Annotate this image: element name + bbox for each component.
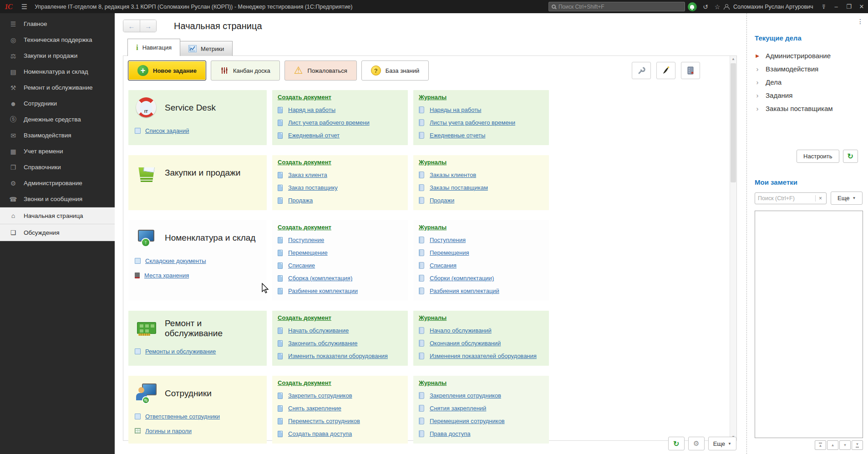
journal-link[interactable]: Продажи	[430, 197, 454, 204]
journal-link[interactable]: Права доступа	[430, 430, 471, 437]
journals-header[interactable]: Журналы	[419, 94, 447, 101]
journal-link[interactable]: Окончания обслуживаний	[430, 340, 501, 347]
create-document-header[interactable]: Создать документ	[278, 94, 331, 101]
journal-link[interactable]: Разбиения комплектаций	[430, 288, 499, 294]
history-icon[interactable]: ↺	[700, 3, 711, 10]
design-brush-button[interactable]	[656, 62, 675, 79]
journal-link[interactable]: Наряды на работы	[430, 106, 481, 113]
journal-link[interactable]: Изменения показателей оборудования	[430, 353, 537, 359]
sidebar-item-main[interactable]: ☰Главное	[0, 16, 115, 32]
create-document-link[interactable]: Разбиение комплектации	[288, 288, 358, 294]
complain-button[interactable]: ⚠ Пожаловаться	[284, 61, 357, 81]
clear-search-icon[interactable]: ×	[815, 195, 825, 202]
create-document-link[interactable]: Ежедневный отчет	[288, 132, 340, 139]
sidebar-item-tech-support[interactable]: ◎Техническая поддержка	[0, 32, 115, 48]
create-document-header[interactable]: Создать документ	[278, 314, 331, 321]
journal-link[interactable]: Закрепления сотрудников	[430, 392, 501, 399]
kanban-board-button[interactable]: Канбан доска	[211, 61, 280, 81]
favorites-star-icon[interactable]: ☆	[711, 3, 723, 10]
scroll-thumb[interactable]	[731, 63, 736, 182]
notes-more-button[interactable]: Еще▼	[831, 192, 863, 205]
tab-навигация[interactable]: iНавигация	[127, 39, 180, 56]
create-document-link[interactable]: Снять закрепление	[288, 405, 341, 412]
journal-link[interactable]: Заказы клиентов	[430, 172, 476, 178]
todo-item[interactable]: ›Заказы поставщикам	[755, 102, 868, 115]
sidebar-item-discussions[interactable]: ❏Обсуждения	[0, 224, 115, 241]
global-search[interactable]	[548, 2, 685, 11]
sidebar-item-start-page[interactable]: ⌂Начальная страница	[0, 207, 115, 224]
todo-item[interactable]: ▶Администрирование	[755, 49, 868, 62]
quick-link[interactable]: Ремонты и обслуживание	[145, 348, 216, 355]
sidebar-item-calls-messages[interactable]: ☎Звонки и сообщения	[0, 191, 115, 207]
todo-item[interactable]: ›Дела	[755, 76, 868, 89]
sidebar-item-employees[interactable]: ☻Сотрудники	[0, 96, 115, 111]
settings-gear-button[interactable]: ⚙	[688, 437, 705, 450]
create-document-header[interactable]: Создать документ	[278, 224, 331, 231]
sidebar-item-references[interactable]: ❐Справочники	[0, 159, 115, 175]
main-menu-hamburger-icon[interactable]: ☰	[21, 3, 27, 11]
journal-link[interactable]: Снятия закреплений	[430, 405, 486, 412]
notes-search[interactable]: ×	[755, 192, 827, 204]
notification-bell-icon[interactable]	[688, 2, 697, 11]
sidebar-item-interactions[interactable]: ✉Взаимодействия	[0, 127, 115, 143]
create-document-link[interactable]: Заказ поставщику	[288, 184, 338, 191]
sidebar-item-time-tracking[interactable]: ▦Учет времени	[0, 143, 115, 159]
notes-list[interactable]	[755, 211, 863, 438]
minimize-button[interactable]: –	[830, 3, 843, 10]
create-document-link[interactable]: Списание	[288, 262, 315, 269]
journals-header[interactable]: Журналы	[419, 159, 447, 166]
todo-item[interactable]: ›Задания	[755, 89, 868, 102]
journal-link[interactable]: Сборки (комплектации)	[430, 275, 494, 282]
more-button[interactable]: Еще▼	[708, 437, 736, 450]
move-to-top-button[interactable]: ▲	[815, 440, 826, 450]
user-icon[interactable]	[723, 4, 730, 10]
quick-link[interactable]: Места хранения	[144, 272, 189, 279]
journal-link[interactable]: Поступления	[430, 237, 466, 243]
journal-link[interactable]: Перемещения	[430, 249, 469, 256]
quick-link[interactable]: Логины и пароли	[145, 428, 192, 434]
sidebar-item-purchases-sales[interactable]: ⚖Закупки и продажи	[0, 48, 115, 64]
journals-header[interactable]: Журналы	[419, 314, 447, 321]
create-document-link[interactable]: Начать обслуживание	[288, 327, 349, 334]
user-name[interactable]: Соломахин Руслан Артурович	[733, 4, 813, 10]
journal-link[interactable]: Перемещения сотрудников	[430, 418, 505, 424]
quick-link[interactable]: Ответственные сотрудники	[145, 413, 220, 420]
create-document-header[interactable]: Создать документ	[278, 379, 331, 386]
forward-button[interactable]: →	[140, 20, 156, 32]
create-document-link[interactable]: Заказ клиента	[288, 172, 327, 178]
create-document-link[interactable]: Продажа	[288, 197, 313, 204]
quick-link[interactable]: Список заданий	[145, 127, 189, 134]
create-document-link[interactable]: Закончить обслуживание	[288, 340, 358, 347]
create-document-link[interactable]: Поступление	[288, 237, 324, 243]
create-document-header[interactable]: Создать документ	[278, 159, 331, 166]
move-to-bottom-button[interactable]: ▼	[852, 440, 863, 450]
collapsed-chevron-icon[interactable]: ›	[755, 91, 760, 99]
journal-link[interactable]: Списания	[430, 262, 457, 269]
create-document-link[interactable]: Перемещение	[288, 249, 328, 256]
tab-метрики[interactable]: Метрики	[180, 41, 233, 56]
journal-link[interactable]: Начало обслуживаний	[430, 327, 492, 334]
vertical-scrollbar[interactable]: ▲ ▼	[730, 56, 736, 440]
knowledge-book-button[interactable]	[681, 62, 700, 79]
collapsed-chevron-icon[interactable]: ›	[755, 65, 760, 73]
create-document-link[interactable]: Закрепить сотрудников	[288, 392, 352, 399]
back-button[interactable]: ←	[123, 20, 140, 32]
create-document-link[interactable]: Создать права доступа	[288, 430, 352, 437]
move-down-button[interactable]: ▼	[839, 440, 851, 450]
close-button[interactable]: ✕	[855, 3, 868, 10]
create-document-link[interactable]: Сборка (комплектация)	[288, 275, 352, 282]
journal-link[interactable]: Ежедневные отчеты	[430, 132, 485, 139]
journal-link[interactable]: Листы учета рабочего времени	[430, 119, 515, 126]
quick-link[interactable]: Складские документы	[145, 257, 206, 264]
sidebar-item-money[interactable]: ⓢДенежные средства	[0, 111, 115, 127]
expanded-arrow-icon[interactable]: ▶	[755, 53, 760, 58]
collapsed-chevron-icon[interactable]: ›	[755, 105, 760, 112]
knowledge-base-button[interactable]: ? База знаний	[361, 61, 429, 81]
create-document-link[interactable]: Изменить показатели оборудования	[288, 353, 388, 359]
scroll-up-icon[interactable]: ▲	[730, 56, 736, 62]
sidebar-item-nomenclature-warehouse[interactable]: ▤Номенклатура и склад	[0, 64, 115, 80]
new-task-button[interactable]: + Новое задание	[128, 61, 206, 81]
create-document-link[interactable]: Наряд на работы	[288, 106, 335, 113]
notes-search-input[interactable]	[755, 195, 815, 202]
collapsed-chevron-icon[interactable]: ›	[755, 78, 760, 86]
